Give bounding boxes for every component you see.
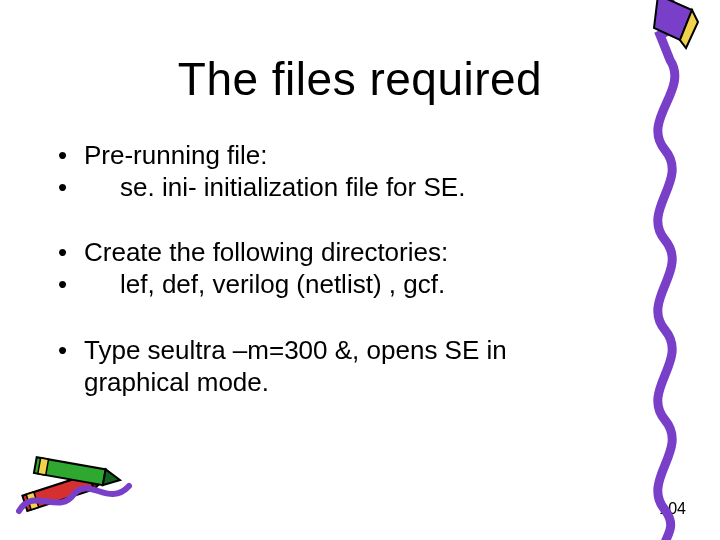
svg-rect-5 [34, 457, 106, 485]
bullet-item: • Type seultra –m=300 &, opens SE in gra… [58, 335, 618, 398]
svg-rect-4 [26, 492, 39, 510]
svg-marker-0 [654, 0, 692, 40]
slide-body: • Pre-running file: • se. ini- initializ… [58, 140, 618, 398]
svg-marker-1 [680, 10, 698, 48]
bullet-dot: • [58, 335, 84, 398]
spacer [58, 203, 618, 237]
bullet-text: lef, def, verilog (netlist) , gcf. [84, 269, 618, 301]
svg-marker-3 [89, 469, 109, 489]
slide: The files required • Pre-running file: •… [0, 0, 720, 540]
bullet-text: Type seultra –m=300 &, opens SE in graph… [84, 335, 618, 398]
bullet-item: • Create the following directories: [58, 237, 618, 269]
bullet-dot: • [58, 269, 84, 301]
svg-rect-7 [38, 458, 49, 475]
bullet-item: • lef, def, verilog (netlist) , gcf. [58, 269, 618, 301]
bullet-text: se. ini- initialization file for SE. [84, 172, 618, 204]
page-number: 104 [659, 500, 686, 518]
bullet-text: Pre-running file: [84, 140, 618, 172]
bullet-item: • Pre-running file: [58, 140, 618, 172]
svg-rect-2 [22, 474, 94, 511]
crayons-decoration [14, 416, 154, 526]
bullet-text: Create the following directories: [84, 237, 618, 269]
spacer [58, 301, 618, 335]
bullet-item: • se. ini- initialization file for SE. [58, 172, 618, 204]
slide-title: The files required [0, 52, 720, 106]
svg-marker-6 [103, 469, 122, 488]
bullet-dot: • [58, 172, 84, 204]
bullet-dot: • [58, 237, 84, 269]
bullet-dot: • [58, 140, 84, 172]
